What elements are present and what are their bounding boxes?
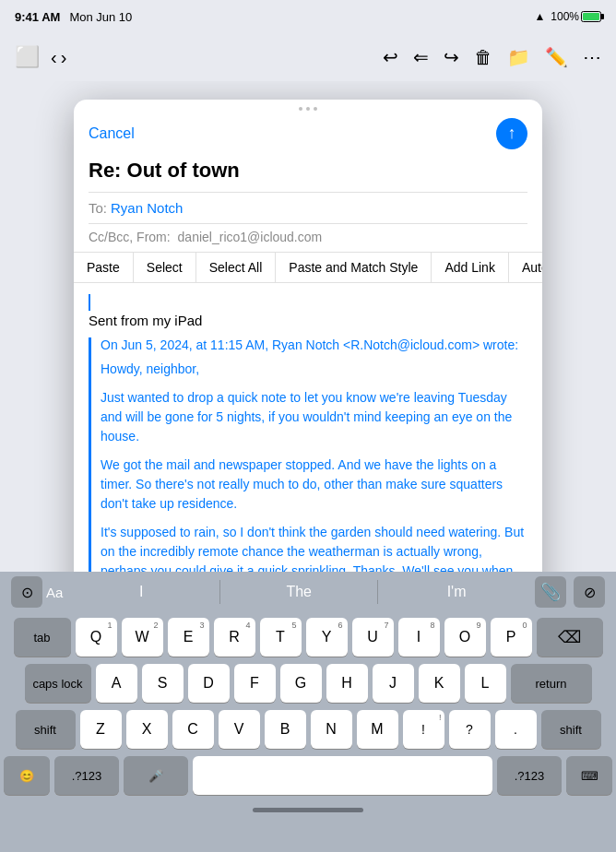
autofill-button[interactable]: AutoFill — [509, 253, 542, 282]
keyboard-bottom-row: 😊 .?123 🎤 .?123 ⌨ — [0, 756, 616, 800]
caps-lock-key[interactable]: caps lock — [25, 664, 91, 703]
key-h[interactable]: H — [326, 664, 368, 703]
key-e[interactable]: 3E — [168, 618, 209, 657]
cc-line: Cc/Bcc, From: daniel_rico1@icloud.com — [74, 224, 542, 252]
send-arrow-icon: ↑ — [508, 124, 516, 143]
key-f[interactable]: F — [234, 664, 276, 703]
quoted-header: On Jun 5, 2024, at 11:15 AM, Ryan Notch … — [101, 337, 527, 352]
key-r[interactable]: 4R — [214, 618, 255, 657]
space-bar[interactable] — [193, 756, 492, 795]
sidebar-icon[interactable]: ⬜ — [15, 45, 40, 69]
reply-all-icon[interactable]: ⇐ — [413, 46, 429, 68]
num-left-key[interactable]: .?123 — [54, 756, 119, 795]
predictive-word-2[interactable]: I'm — [377, 580, 535, 604]
delete-key[interactable]: ⌫ — [537, 618, 603, 657]
emoji-icon: 😊 — [19, 769, 34, 783]
battery-icon: 100% — [551, 10, 601, 23]
key-period[interactable]: . — [495, 710, 537, 749]
paste-match-button[interactable]: Paste and Match Style — [276, 253, 432, 282]
tab-key[interactable]: tab — [14, 618, 71, 657]
key-z[interactable]: Z — [80, 710, 122, 749]
key-u[interactable]: 7U — [352, 618, 394, 657]
num-right-key[interactable]: .?123 — [497, 756, 562, 795]
quoted-block: On Jun 5, 2024, at 11:15 AM, Ryan Notch … — [89, 337, 527, 600]
subject-text: Re: Out of town — [89, 159, 240, 182]
text-cursor — [89, 294, 90, 311]
predictive-right-icons: 📎 ⊘ — [535, 576, 605, 608]
dictation-icon[interactable]: ⊘ — [574, 576, 605, 608]
wifi-icon: ▲ — [534, 10, 545, 23]
mic-key[interactable]: 🎤 — [124, 756, 188, 795]
chevron-up-icon[interactable]: ‹ — [51, 47, 57, 68]
key-q[interactable]: 1Q — [76, 618, 117, 657]
key-l[interactable]: L — [465, 664, 506, 703]
key-n[interactable]: N — [311, 710, 352, 749]
select-button[interactable]: Select — [134, 253, 196, 282]
mic-icon: 🎤 — [148, 769, 163, 783]
home-bar — [253, 808, 363, 812]
caps-label: caps lock — [32, 677, 82, 691]
subject-line: Re: Out of town — [74, 157, 542, 192]
key-a[interactable]: A — [96, 664, 137, 703]
chevron-down-icon[interactable]: › — [61, 47, 67, 68]
more-icon[interactable]: ⋯ — [583, 46, 601, 68]
key-subnum: 1 — [107, 621, 112, 630]
predictive-word-0[interactable]: I — [63, 580, 219, 604]
attachment-icon[interactable]: 📎 — [535, 576, 566, 608]
keyboard-hide-icon: ⌨ — [581, 769, 598, 783]
predictive-bar: ⊙ Aa I The I'm 📎 ⊘ — [0, 572, 616, 612]
sent-from-text: Sent from my iPad — [89, 313, 527, 328]
font-size-label[interactable]: Aa — [46, 585, 63, 600]
key-excl[interactable]: !! — [403, 710, 444, 749]
context-menu-bar: Paste Select Select All Paste and Match … — [74, 252, 542, 283]
return-key[interactable]: return — [511, 664, 592, 703]
key-g[interactable]: G — [280, 664, 322, 703]
key-b[interactable]: B — [265, 710, 306, 749]
shift-right-label: shift — [560, 723, 582, 737]
key-o[interactable]: 9O — [444, 618, 486, 657]
key-w[interactable]: 2W — [122, 618, 163, 657]
key-x[interactable]: X — [126, 710, 168, 749]
key-v[interactable]: V — [219, 710, 260, 749]
shift-right-key[interactable]: shift — [541, 710, 601, 749]
keyboard-area: tab 1Q 2W 3E 4R 5T 6Y 7U 8I 9O 0P ⌫ caps… — [0, 612, 616, 852]
compose-icon[interactable]: ✏️ — [545, 46, 568, 68]
key-c[interactable]: C — [172, 710, 214, 749]
key-j[interactable]: J — [373, 664, 414, 703]
predictive-words: I The I'm — [63, 580, 535, 604]
add-link-button[interactable]: Add Link — [432, 253, 508, 282]
emoji-key[interactable]: 😊 — [4, 756, 50, 795]
key-p[interactable]: 0P — [491, 618, 532, 657]
key-s[interactable]: S — [142, 664, 184, 703]
forward-icon[interactable]: ↪ — [444, 46, 459, 68]
status-date: Mon Jun 10 — [69, 10, 132, 24]
shift-left-key[interactable]: shift — [16, 710, 76, 749]
send-button[interactable]: ↑ — [496, 118, 527, 149]
key-m[interactable]: M — [357, 710, 398, 749]
key-t[interactable]: 5T — [260, 618, 302, 657]
key-y[interactable]: 6Y — [306, 618, 348, 657]
keyboard-hide-key[interactable]: ⌨ — [566, 756, 612, 795]
folder-icon[interactable]: 📁 — [507, 46, 530, 68]
paste-button[interactable]: Paste — [74, 253, 134, 282]
keyboard-settings-icon[interactable]: ⊙ — [11, 576, 42, 608]
cc-label: Cc/Bcc, From: — [89, 230, 171, 244]
to-line: To: Ryan Notch — [74, 193, 542, 223]
drag-dot — [306, 107, 310, 111]
trash-icon[interactable]: 🗑 — [474, 47, 492, 68]
to-name[interactable]: Ryan Notch — [111, 200, 183, 216]
status-bar: 9:41 AM Mon Jun 10 ▲ 100% — [0, 0, 616, 33]
predictive-word-1[interactable]: The — [219, 580, 377, 604]
key-d[interactable]: D — [188, 664, 230, 703]
keyboard-row-2: caps lock A S D F G H J K L return — [4, 664, 612, 703]
cancel-button[interactable]: Cancel — [89, 125, 135, 142]
quoted-paragraph-2: We got the mail and newspaper stopped. A… — [101, 456, 527, 514]
key-i[interactable]: 8I — [398, 618, 440, 657]
select-all-button[interactable]: Select All — [196, 253, 277, 282]
key-k[interactable]: K — [419, 664, 460, 703]
quoted-paragraph-1: Just wanted to drop a quick note to let … — [101, 388, 527, 446]
key-quest[interactable]: ? — [449, 710, 491, 749]
compose-body[interactable]: Sent from my iPad On Jun 5, 2024, at 11:… — [74, 283, 542, 611]
reply-icon[interactable]: ↩ — [383, 46, 398, 68]
cc-value: daniel_rico1@icloud.com — [178, 230, 323, 244]
